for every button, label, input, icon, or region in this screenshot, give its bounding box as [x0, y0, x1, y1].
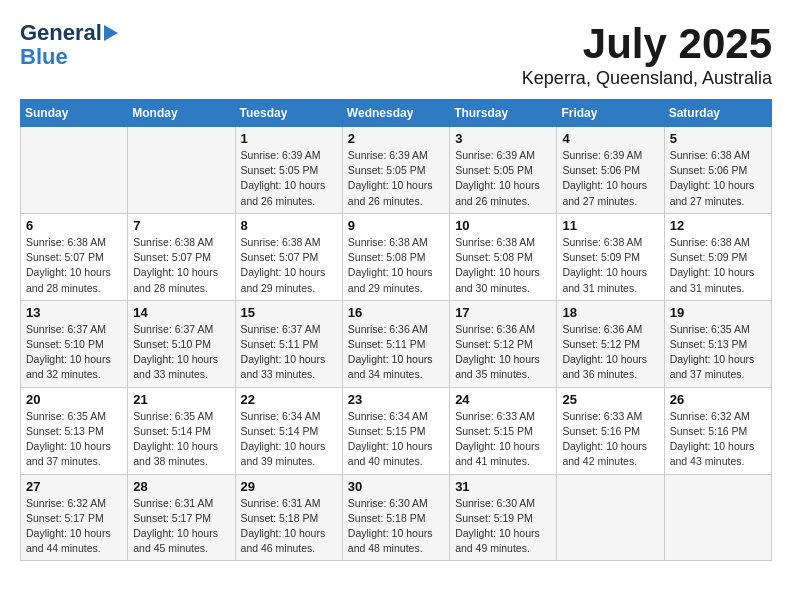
day-number: 25	[562, 392, 658, 407]
calendar-cell: 4Sunrise: 6:39 AM Sunset: 5:06 PM Daylig…	[557, 127, 664, 214]
calendar-title: July 2025	[522, 20, 772, 68]
day-info: Sunrise: 6:39 AM Sunset: 5:05 PM Dayligh…	[455, 148, 551, 209]
logo: General Blue	[20, 20, 118, 68]
day-info: Sunrise: 6:30 AM Sunset: 5:18 PM Dayligh…	[348, 496, 444, 557]
day-number: 14	[133, 305, 229, 320]
calendar-cell: 7Sunrise: 6:38 AM Sunset: 5:07 PM Daylig…	[128, 213, 235, 300]
day-info: Sunrise: 6:34 AM Sunset: 5:15 PM Dayligh…	[348, 409, 444, 470]
calendar-cell: 30Sunrise: 6:30 AM Sunset: 5:18 PM Dayli…	[342, 474, 449, 561]
day-number: 27	[26, 479, 122, 494]
day-number: 20	[26, 392, 122, 407]
header-monday: Monday	[128, 100, 235, 127]
header-thursday: Thursday	[450, 100, 557, 127]
day-info: Sunrise: 6:38 AM Sunset: 5:09 PM Dayligh…	[670, 235, 766, 296]
calendar-cell: 8Sunrise: 6:38 AM Sunset: 5:07 PM Daylig…	[235, 213, 342, 300]
day-number: 12	[670, 218, 766, 233]
day-info: Sunrise: 6:35 AM Sunset: 5:13 PM Dayligh…	[26, 409, 122, 470]
calendar-cell: 25Sunrise: 6:33 AM Sunset: 5:16 PM Dayli…	[557, 387, 664, 474]
calendar-cell	[128, 127, 235, 214]
day-info: Sunrise: 6:38 AM Sunset: 5:06 PM Dayligh…	[670, 148, 766, 209]
calendar-cell: 22Sunrise: 6:34 AM Sunset: 5:14 PM Dayli…	[235, 387, 342, 474]
day-info: Sunrise: 6:32 AM Sunset: 5:17 PM Dayligh…	[26, 496, 122, 557]
day-info: Sunrise: 6:38 AM Sunset: 5:07 PM Dayligh…	[133, 235, 229, 296]
calendar-cell: 15Sunrise: 6:37 AM Sunset: 5:11 PM Dayli…	[235, 300, 342, 387]
week-row-2: 6Sunrise: 6:38 AM Sunset: 5:07 PM Daylig…	[21, 213, 772, 300]
day-number: 31	[455, 479, 551, 494]
day-info: Sunrise: 6:37 AM Sunset: 5:10 PM Dayligh…	[26, 322, 122, 383]
calendar-cell: 19Sunrise: 6:35 AM Sunset: 5:13 PM Dayli…	[664, 300, 771, 387]
day-number: 1	[241, 131, 337, 146]
day-info: Sunrise: 6:35 AM Sunset: 5:14 PM Dayligh…	[133, 409, 229, 470]
day-info: Sunrise: 6:39 AM Sunset: 5:06 PM Dayligh…	[562, 148, 658, 209]
day-number: 5	[670, 131, 766, 146]
calendar-header-row: SundayMondayTuesdayWednesdayThursdayFrid…	[21, 100, 772, 127]
day-info: Sunrise: 6:38 AM Sunset: 5:07 PM Dayligh…	[26, 235, 122, 296]
logo-blue: Blue	[20, 46, 68, 68]
day-number: 26	[670, 392, 766, 407]
day-number: 11	[562, 218, 658, 233]
calendar-cell: 20Sunrise: 6:35 AM Sunset: 5:13 PM Dayli…	[21, 387, 128, 474]
day-info: Sunrise: 6:37 AM Sunset: 5:10 PM Dayligh…	[133, 322, 229, 383]
day-info: Sunrise: 6:31 AM Sunset: 5:17 PM Dayligh…	[133, 496, 229, 557]
calendar-table: SundayMondayTuesdayWednesdayThursdayFrid…	[20, 99, 772, 561]
calendar-cell	[664, 474, 771, 561]
week-row-3: 13Sunrise: 6:37 AM Sunset: 5:10 PM Dayli…	[21, 300, 772, 387]
day-info: Sunrise: 6:38 AM Sunset: 5:08 PM Dayligh…	[455, 235, 551, 296]
day-number: 21	[133, 392, 229, 407]
day-info: Sunrise: 6:36 AM Sunset: 5:11 PM Dayligh…	[348, 322, 444, 383]
title-block: July 2025 Keperra, Queensland, Australia	[522, 20, 772, 89]
day-number: 23	[348, 392, 444, 407]
calendar-cell: 23Sunrise: 6:34 AM Sunset: 5:15 PM Dayli…	[342, 387, 449, 474]
header-friday: Friday	[557, 100, 664, 127]
calendar-cell: 11Sunrise: 6:38 AM Sunset: 5:09 PM Dayli…	[557, 213, 664, 300]
day-info: Sunrise: 6:34 AM Sunset: 5:14 PM Dayligh…	[241, 409, 337, 470]
day-info: Sunrise: 6:36 AM Sunset: 5:12 PM Dayligh…	[562, 322, 658, 383]
day-number: 16	[348, 305, 444, 320]
page-header: General Blue July 2025 Keperra, Queensla…	[20, 20, 772, 89]
calendar-cell: 17Sunrise: 6:36 AM Sunset: 5:12 PM Dayli…	[450, 300, 557, 387]
calendar-cell: 14Sunrise: 6:37 AM Sunset: 5:10 PM Dayli…	[128, 300, 235, 387]
day-info: Sunrise: 6:31 AM Sunset: 5:18 PM Dayligh…	[241, 496, 337, 557]
day-info: Sunrise: 6:36 AM Sunset: 5:12 PM Dayligh…	[455, 322, 551, 383]
calendar-cell: 10Sunrise: 6:38 AM Sunset: 5:08 PM Dayli…	[450, 213, 557, 300]
calendar-cell: 28Sunrise: 6:31 AM Sunset: 5:17 PM Dayli…	[128, 474, 235, 561]
day-number: 22	[241, 392, 337, 407]
calendar-cell: 29Sunrise: 6:31 AM Sunset: 5:18 PM Dayli…	[235, 474, 342, 561]
day-info: Sunrise: 6:39 AM Sunset: 5:05 PM Dayligh…	[348, 148, 444, 209]
day-info: Sunrise: 6:39 AM Sunset: 5:05 PM Dayligh…	[241, 148, 337, 209]
day-info: Sunrise: 6:30 AM Sunset: 5:19 PM Dayligh…	[455, 496, 551, 557]
logo-arrow-icon	[104, 25, 118, 41]
header-wednesday: Wednesday	[342, 100, 449, 127]
calendar-cell: 12Sunrise: 6:38 AM Sunset: 5:09 PM Dayli…	[664, 213, 771, 300]
day-number: 17	[455, 305, 551, 320]
calendar-cell	[21, 127, 128, 214]
week-row-4: 20Sunrise: 6:35 AM Sunset: 5:13 PM Dayli…	[21, 387, 772, 474]
calendar-cell	[557, 474, 664, 561]
calendar-cell: 16Sunrise: 6:36 AM Sunset: 5:11 PM Dayli…	[342, 300, 449, 387]
day-number: 7	[133, 218, 229, 233]
calendar-cell: 6Sunrise: 6:38 AM Sunset: 5:07 PM Daylig…	[21, 213, 128, 300]
day-number: 30	[348, 479, 444, 494]
day-number: 28	[133, 479, 229, 494]
calendar-cell: 31Sunrise: 6:30 AM Sunset: 5:19 PM Dayli…	[450, 474, 557, 561]
day-info: Sunrise: 6:33 AM Sunset: 5:16 PM Dayligh…	[562, 409, 658, 470]
day-number: 15	[241, 305, 337, 320]
day-number: 4	[562, 131, 658, 146]
week-row-5: 27Sunrise: 6:32 AM Sunset: 5:17 PM Dayli…	[21, 474, 772, 561]
day-info: Sunrise: 6:35 AM Sunset: 5:13 PM Dayligh…	[670, 322, 766, 383]
calendar-cell: 9Sunrise: 6:38 AM Sunset: 5:08 PM Daylig…	[342, 213, 449, 300]
day-number: 18	[562, 305, 658, 320]
week-row-1: 1Sunrise: 6:39 AM Sunset: 5:05 PM Daylig…	[21, 127, 772, 214]
day-info: Sunrise: 6:38 AM Sunset: 5:09 PM Dayligh…	[562, 235, 658, 296]
day-number: 8	[241, 218, 337, 233]
header-saturday: Saturday	[664, 100, 771, 127]
calendar-cell: 27Sunrise: 6:32 AM Sunset: 5:17 PM Dayli…	[21, 474, 128, 561]
logo-general: General	[20, 20, 102, 46]
day-number: 2	[348, 131, 444, 146]
day-info: Sunrise: 6:33 AM Sunset: 5:15 PM Dayligh…	[455, 409, 551, 470]
day-number: 3	[455, 131, 551, 146]
calendar-cell: 3Sunrise: 6:39 AM Sunset: 5:05 PM Daylig…	[450, 127, 557, 214]
day-info: Sunrise: 6:38 AM Sunset: 5:08 PM Dayligh…	[348, 235, 444, 296]
calendar-cell: 26Sunrise: 6:32 AM Sunset: 5:16 PM Dayli…	[664, 387, 771, 474]
calendar-cell: 1Sunrise: 6:39 AM Sunset: 5:05 PM Daylig…	[235, 127, 342, 214]
